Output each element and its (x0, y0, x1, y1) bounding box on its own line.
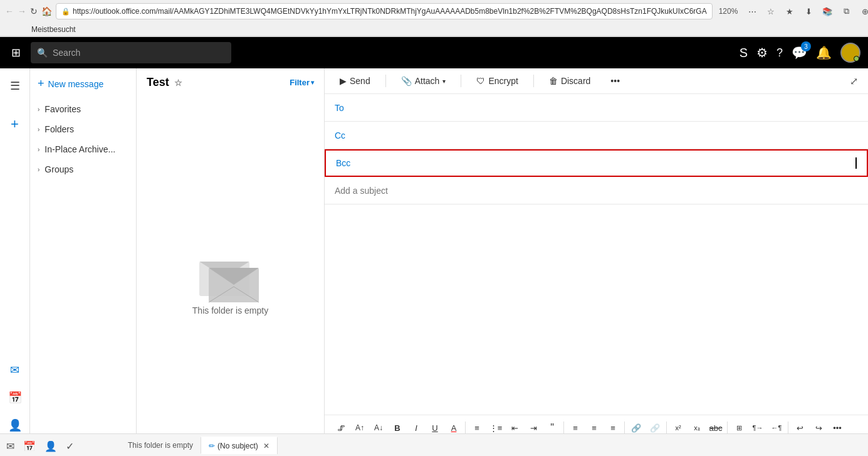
compose-area: ▶ Send 📎 Attach ▾ 🛡 Encrypt 🗑 Discard ••… (325, 68, 868, 456)
encrypt-toolbar-button[interactable]: 🛡 Encrypt (471, 73, 523, 88)
sidebar-groups-label: Groups (44, 164, 73, 174)
left-nav: ☰ + ✉ 📅 👤 ✓ (0, 68, 30, 456)
sidebar-item-groups[interactable]: › Groups (30, 159, 136, 179)
collections-icon[interactable]: 📚 (819, 3, 835, 19)
main-layout: ☰ + ✉ 📅 👤 ✓ + New message › Favorites › … (0, 68, 868, 456)
bcc-input[interactable] (361, 158, 855, 168)
settings-icon[interactable]: ⚙ (756, 45, 768, 60)
topbar-right-icons: S ⚙ ? 💬 3 🔔 (740, 43, 860, 63)
back-button[interactable]: ← (5, 3, 14, 19)
forward-button[interactable]: → (18, 3, 26, 19)
fmt-sep-5 (727, 422, 728, 434)
chevron-right-icon-4: › (38, 166, 39, 173)
new-msg-plus-icon: + (38, 77, 44, 90)
bookmark-star-icon[interactable]: ★ (782, 3, 798, 19)
favorites-icon[interactable]: ⊕ (857, 3, 868, 19)
discard-toolbar-button[interactable]: 🗑 Discard (544, 73, 595, 88)
bottom-tab-folder-label: This folder is empty (128, 441, 193, 450)
paperclip-icon: 📎 (401, 76, 412, 86)
empty-folder-area: This folder is empty (137, 94, 324, 456)
bcc-field[interactable]: Bcc (325, 149, 868, 177)
bottom-people-icon[interactable]: 👤 (44, 440, 57, 452)
new-message-plus-icon: + (11, 116, 19, 132)
attach-dropdown-arrow[interactable]: ▾ (442, 78, 446, 85)
sidebar-favorites-label: Favorites (44, 104, 81, 114)
search-box[interactable]: 🔍 Search (31, 42, 231, 63)
reload-button[interactable]: ↻ (30, 3, 38, 19)
expand-compose-button[interactable]: ⤢ (850, 75, 858, 87)
cc-label: Cc (335, 130, 360, 141)
bottom-calendar-icon[interactable]: 📅 (23, 440, 36, 452)
bcc-cursor (855, 157, 857, 169)
sidebar-item-favorites[interactable]: › Favorites (30, 99, 136, 119)
site-label: Meistbesucht (31, 25, 76, 34)
bottom-tab-draft-icon: ✏ (209, 442, 215, 450)
compose-toolbar: ▶ Send 📎 Attach ▾ 🛡 Encrypt 🗑 Discard ••… (325, 68, 868, 94)
teams-chat-icon[interactable]: 💬 3 (792, 45, 807, 60)
toolbar-separator-2 (461, 75, 461, 87)
skype-icon[interactable]: S (740, 46, 748, 60)
download-icon[interactable]: ⬇ (800, 3, 817, 19)
to-field[interactable]: To (325, 94, 868, 122)
bottom-tasks-icon[interactable]: ✓ (66, 440, 74, 452)
browser-toolbar: ← → ↻ 🏠 🔒 https://outlook.office.com/mai… (0, 0, 868, 23)
send-toolbar-button[interactable]: ▶ Send (335, 73, 375, 88)
browser-right-icons: ⋯ ☆ ★ ⬇ 📚 ⧉ ⊕ ≡ (744, 3, 868, 19)
help-icon[interactable]: ? (776, 46, 783, 60)
home-button[interactable]: 🏠 (41, 3, 52, 19)
extensions-button[interactable]: ⋯ (744, 3, 760, 19)
filter-label: Filter (290, 78, 310, 87)
nav-calendar-icon[interactable]: 📅 (4, 386, 26, 409)
bottom-tab-draft[interactable]: ✏ (No subject) ✕ (201, 437, 278, 454)
new-message-label-button[interactable]: + New message (30, 73, 136, 94)
sidebar-item-archive[interactable]: › In-Place Archive... (30, 139, 136, 159)
filter-button[interactable]: Filter ▾ (290, 78, 314, 87)
outlook-topbar: ⊞ 🔍 Search S ⚙ ? 💬 3 🔔 (0, 37, 868, 68)
encrypt-toolbar-label: Encrypt (488, 76, 518, 86)
to-label: To (335, 103, 360, 113)
bottom-tab-close-button[interactable]: ✕ (263, 442, 269, 450)
email-body[interactable] (325, 204, 868, 415)
url-text: https://outlook.office.com/mail/AAMkAGY1… (73, 7, 707, 16)
avatar[interactable] (840, 43, 860, 63)
folder-title: Test (147, 76, 169, 89)
chat-badge: 3 (801, 41, 811, 51)
chevron-right-icon-3: › (38, 146, 39, 153)
subject-input[interactable] (335, 186, 858, 196)
fmt-sep-2 (563, 422, 564, 434)
folder-star-icon[interactable]: ☆ (174, 78, 182, 88)
url-bar[interactable]: 🔒 https://outlook.office.com/mail/AAMkAG… (56, 3, 713, 19)
sidebar-item-folders[interactable]: › Folders (30, 119, 136, 139)
chevron-right-icon: › (38, 106, 39, 113)
new-message-button[interactable]: + (3, 112, 26, 136)
hamburger-menu-button[interactable]: ☰ (4, 75, 26, 97)
bcc-label: Bcc (336, 158, 361, 168)
bookmark-icon[interactable]: ☆ (763, 3, 779, 19)
attach-toolbar-button[interactable]: 📎 Attach ▾ (396, 73, 451, 88)
sidebar-archive-label: In-Place Archive... (44, 144, 115, 154)
send-toolbar-label: Send (350, 76, 370, 86)
send-icon: ▶ (340, 76, 347, 86)
toolbar-separator-3 (533, 75, 534, 87)
more-dots-icon: ••• (610, 76, 620, 86)
fmt-sep-4 (666, 422, 667, 434)
nav-mail-icon[interactable]: ✉ (4, 359, 26, 381)
attach-toolbar-label: Attach (415, 76, 440, 86)
folder-header: Test ☆ Filter ▾ (137, 68, 324, 94)
notification-bell-icon[interactable]: 🔔 (816, 45, 832, 60)
apps-grid-icon[interactable]: ⊞ (8, 42, 24, 63)
to-input[interactable] (360, 103, 858, 113)
empty-folder-label: This folder is empty (192, 305, 268, 315)
sidebar: + New message › Favorites › Folders › In… (30, 68, 137, 456)
bottom-tab-folder[interactable]: This folder is empty (120, 437, 201, 453)
fmt-sep-3 (624, 422, 625, 434)
cc-input[interactable] (360, 130, 858, 141)
more-options-toolbar-button[interactable]: ••• (605, 73, 625, 88)
bottom-mail-icon[interactable]: ✉ (6, 440, 14, 452)
search-icon: 🔍 (37, 48, 48, 58)
fmt-sep-1 (465, 422, 466, 434)
subject-field[interactable] (325, 177, 868, 204)
split-screen-icon[interactable]: ⧉ (838, 3, 854, 19)
cc-field[interactable]: Cc (325, 122, 868, 149)
folder-pane: Test ☆ Filter ▾ This folder is empty (137, 68, 325, 456)
